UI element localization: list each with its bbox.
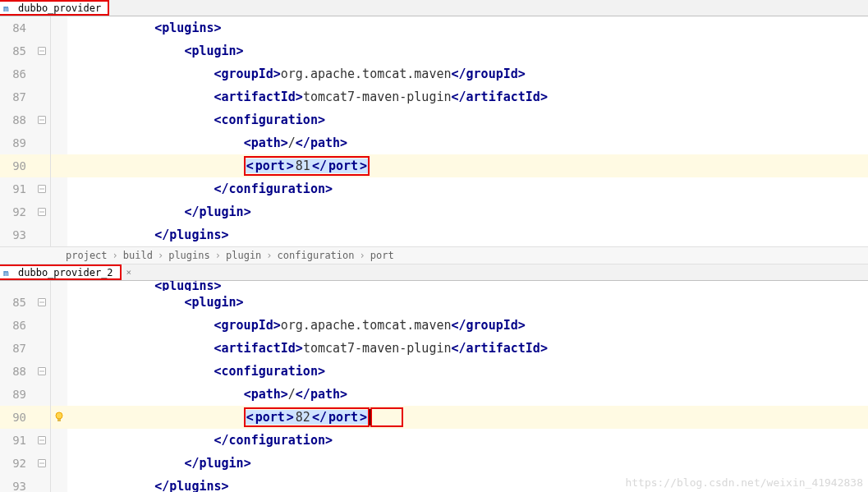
code-line[interactable]: <artifactId>tomcat7-maven-plugin</artifa… [67, 337, 868, 360]
line-number: 86 [0, 319, 33, 332]
code-line[interactable]: <port>81</port> [67, 154, 868, 177]
icon-column [51, 406, 67, 429]
code-token: > [244, 456, 251, 471]
gutter-row: 93 [0, 475, 67, 492]
code-area[interactable]: <plugins> <plugin> <groupId>org.apache.t… [67, 16, 868, 246]
indent [95, 410, 244, 425]
code-line[interactable]: <port>82</port> [67, 406, 868, 429]
fold-column [33, 452, 51, 475]
icon-column [51, 291, 67, 314]
code-token: > [318, 364, 325, 379]
fold-toggle-icon[interactable] [38, 367, 46, 375]
close-icon[interactable]: × [122, 267, 137, 278]
code-line[interactable]: <groupId>org.apache.tomcat.maven</groupI… [67, 314, 868, 337]
breadcrumb-item[interactable]: project [66, 250, 108, 261]
code-line[interactable]: <artifactId>tomcat7-maven-plugin</artifa… [67, 85, 868, 108]
icon-column [51, 360, 67, 383]
code-token: > [540, 90, 548, 104]
indent [95, 456, 184, 471]
fold-toggle-icon[interactable] [38, 116, 46, 124]
gutter-row: 88 [0, 360, 67, 383]
tab-label: dubbo_provider_2 [18, 267, 113, 278]
code-line[interactable]: <plugins> [67, 16, 868, 39]
code-token: < [214, 364, 222, 379]
gutter-row: 90 [0, 406, 67, 429]
code-token: plugin [191, 44, 236, 58]
line-number: 88 [0, 365, 33, 378]
code-token: > [296, 341, 303, 356]
code-line[interactable]: <path>/</path> [67, 383, 868, 406]
chevron-right-icon: › [113, 250, 118, 261]
code-token: > [340, 136, 347, 150]
line-number: 91 [0, 434, 33, 447]
code-token: </ [296, 136, 310, 150]
code-token: plugins [169, 228, 221, 242]
code-token: > [214, 21, 222, 35]
breadcrumb[interactable]: project›build›plugins›plugin›configurati… [0, 246, 868, 264]
fold-column [33, 337, 51, 360]
svg-text:m: m [3, 268, 9, 278]
fold-column [33, 383, 51, 406]
code-token: </ [214, 433, 229, 448]
code-line[interactable]: <plugin> [67, 291, 868, 314]
icon-column [51, 383, 67, 406]
code-line[interactable]: <groupId>org.apache.tomcat.maven</groupI… [67, 62, 868, 85]
code-line[interactable]: <plugin> [67, 39, 868, 62]
code-line[interactable]: <configuration> [67, 108, 868, 131]
fold-toggle-icon[interactable] [38, 298, 46, 306]
code-line[interactable]: </configuration> [67, 429, 868, 452]
code-token: > [296, 90, 303, 104]
code-token: tomcat7-maven-plugin [303, 341, 452, 356]
fold-column [33, 291, 51, 314]
code-line[interactable]: </configuration> [67, 177, 868, 200]
indent [95, 67, 214, 81]
code-line[interactable]: </plugin> [67, 200, 868, 223]
code-token: artifactId [466, 341, 540, 356]
code-area[interactable]: <plugins> [67, 281, 868, 291]
file-tab[interactable]: mdubbo_provider_2 [0, 264, 122, 280]
editor-pane: mdubbo_provider84858687888990919293 <plu… [0, 0, 868, 264]
breadcrumb-item[interactable]: port [370, 250, 394, 261]
code-token: plugins [169, 479, 221, 492]
file-tab[interactable]: mdubbo_provider [0, 0, 109, 16]
tab-bar: mdubbo_provider_2× [0, 264, 868, 281]
code-token: > [359, 159, 368, 173]
icon-column [51, 177, 67, 200]
line-number: 84 [0, 21, 33, 34]
code-line[interactable]: <configuration> [67, 360, 868, 383]
lightbulb-icon[interactable] [53, 412, 65, 423]
icon-column [51, 131, 67, 154]
code-token: configuration [222, 364, 318, 379]
gutter-row: 85 [0, 291, 67, 314]
breadcrumb-item[interactable]: plugin [226, 250, 261, 261]
code-token: > [540, 341, 548, 356]
fold-toggle-icon[interactable] [38, 436, 46, 444]
line-number: 90 [0, 159, 33, 172]
fold-column [33, 429, 51, 452]
icon-column [51, 429, 67, 452]
fold-toggle-icon[interactable] [38, 459, 46, 467]
code-token: < [154, 281, 162, 291]
code-token: artifactId [466, 90, 540, 104]
code-line[interactable]: <path>/</path> [67, 131, 868, 154]
breadcrumb-item[interactable]: build [123, 250, 153, 261]
code-token: < [214, 90, 222, 104]
code-area[interactable]: <plugin> <groupId>org.apache.tomcat.mave… [67, 291, 868, 492]
icon-column [51, 314, 67, 337]
fold-toggle-icon[interactable] [38, 185, 46, 193]
breadcrumb-item[interactable]: plugins [168, 250, 210, 261]
tab-label: dubbo_provider [18, 2, 101, 14]
code-token: artifactId [222, 341, 296, 356]
fold-toggle-icon[interactable] [38, 208, 46, 216]
gutter-row: 89 [0, 131, 67, 154]
indent [95, 136, 244, 150]
chevron-right-icon: › [158, 250, 163, 261]
code-token: > [244, 205, 251, 219]
code-line[interactable]: </plugin> [67, 452, 868, 475]
breadcrumb-item[interactable]: configuration [278, 250, 355, 261]
code-line[interactable]: </plugins> [67, 475, 868, 492]
fold-toggle-icon[interactable] [38, 47, 46, 55]
code-line[interactable]: </plugins> [67, 223, 868, 246]
svg-point-2 [56, 412, 62, 419]
gutter [0, 281, 67, 291]
